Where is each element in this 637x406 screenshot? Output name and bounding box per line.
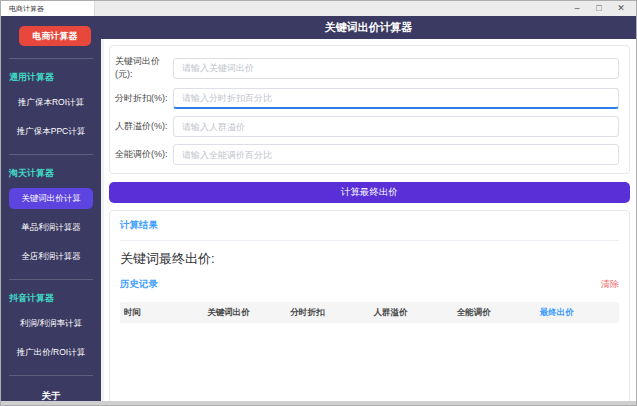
almighty-adjust-input[interactable] [173,144,619,165]
sidebar-item-ppc-breakeven[interactable]: 推广保本PPC计算 [9,121,93,142]
col-time: 时间 [120,307,203,319]
bid-form-card: 关键词出价(元): 分时折扣(%): 人群溢价(%): 全能调价(%): [109,45,630,174]
maximize-button[interactable]: □ [588,1,610,16]
window-tab[interactable]: 电商计算器 [1,1,95,16]
sidebar-section-general: 通用计算器 [1,59,101,84]
sidebar-item-promo-bid-roi[interactable]: 推广出价/ROI计算 [9,342,93,363]
sidebar-section-taotian: 淘天计算器 [1,155,101,180]
col-keyword-bid: 关键词出价 [203,307,286,319]
sidebar-divider [9,375,93,376]
minimize-button[interactable]: – [566,1,588,16]
history-title: 历史记录 [120,278,158,291]
content-column: 关键词出价计算器 关键词出价(元): 分时折扣(%): 人群溢价(%): [101,16,636,403]
calculate-final-bid-button[interactable]: 计算最终出价 [109,182,630,203]
titlebar: 电商计算器 – □ ✕ [1,1,636,16]
clear-history-link[interactable]: 清除 [601,278,619,291]
almighty-adjust-label: 全能调价(%): [115,148,173,161]
results-card: 计算结果 关键词最终出价: 历史记录 清除 时间 关键词出价 分时折扣 人群溢价 [109,210,630,403]
keyword-bid-input[interactable] [173,58,619,79]
history-table-header: 时间 关键词出价 分时折扣 人群溢价 全能调价 最终出价 [120,302,619,323]
form-row: 分时折扣(%): [115,88,619,109]
final-bid-label: 关键词最终出价: [120,250,619,268]
col-almighty-adjust: 全能调价 [453,307,536,319]
sidebar-item-store-profit[interactable]: 全店利润计算器 [9,246,93,267]
window-controls: – □ ✕ [566,1,636,16]
main-content: 关键词出价(元): 分时折扣(%): 人群溢价(%): 全能调价(%): [101,39,636,403]
form-row: 全能调价(%): [115,144,619,165]
time-discount-label: 分时折扣(%): [115,92,173,105]
form-row: 人群溢价(%): [115,116,619,137]
sidebar-item-roi-breakeven[interactable]: 推广保本ROI计算 [9,92,93,113]
sidebar-item-profit-margin[interactable]: 利润/利润率计算 [9,313,93,334]
window-bottom-edge [1,401,636,405]
sidebar: 电商计算器 通用计算器 推广保本ROI计算 推广保本PPC计算 淘天计算器 关键… [1,16,101,403]
col-time-discount: 分时折扣 [286,307,369,319]
sidebar-item-keyword-bid[interactable]: 关键词出价计算 [9,188,93,209]
sidebar-section-douyin: 抖音计算器 [1,280,101,305]
col-audience-premium: 人群溢价 [370,307,453,319]
audience-premium-input[interactable] [173,116,619,137]
time-discount-input[interactable] [173,88,619,109]
results-divider [120,240,619,241]
keyword-bid-label: 关键词出价(元): [115,55,173,81]
col-final-bid: 最终出价 [536,307,619,319]
sidebar-item-product-profit[interactable]: 单品利润计算器 [9,217,93,238]
results-section-title: 计算结果 [120,219,619,232]
app-logo-button[interactable]: 电商计算器 [19,26,91,46]
page-header: 关键词出价计算器 [101,16,636,39]
app-body: 电商计算器 通用计算器 推广保本ROI计算 推广保本PPC计算 淘天计算器 关键… [1,16,636,403]
close-button[interactable]: ✕ [610,1,632,16]
audience-premium-label: 人群溢价(%): [115,120,173,133]
window-tab-title: 电商计算器 [9,4,44,14]
form-row: 关键词出价(元): [115,55,619,81]
app-window: 电商计算器 – □ ✕ 电商计算器 通用计算器 推广保本ROI计算 推广保本PP… [0,0,637,406]
page-title: 关键词出价计算器 [325,20,413,35]
history-header-row: 历史记录 清除 [120,278,619,291]
